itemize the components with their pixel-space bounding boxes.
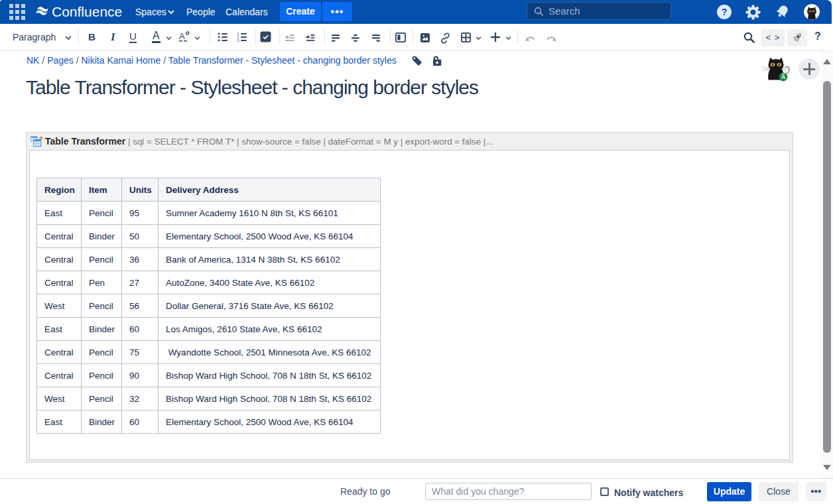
svg-text:?: ? bbox=[722, 7, 728, 17]
svg-text:3: 3 bbox=[237, 38, 239, 42]
svg-text:A: A bbox=[781, 74, 785, 80]
svg-text:A: A bbox=[179, 31, 185, 41]
